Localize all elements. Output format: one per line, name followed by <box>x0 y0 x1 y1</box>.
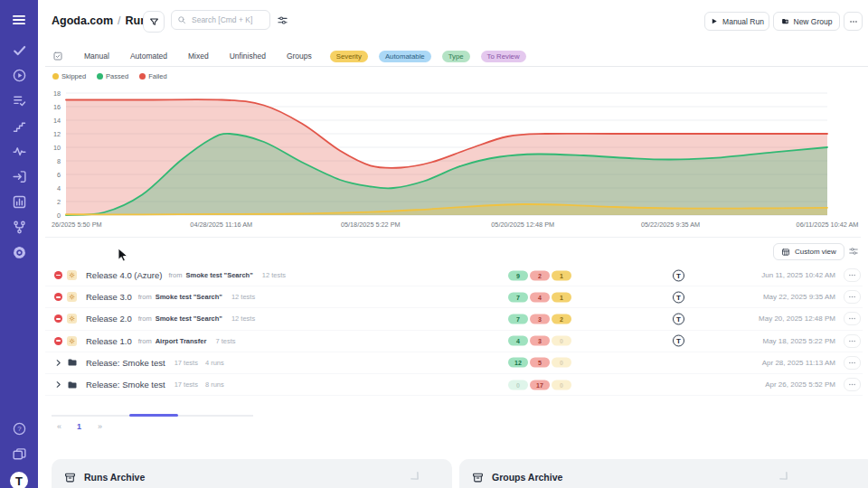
row-menu-button[interactable] <box>844 312 861 325</box>
new-group-button[interactable]: New Group <box>773 12 840 31</box>
pagination-next[interactable]: » <box>98 422 102 431</box>
run-title[interactable]: Release: Smoke test <box>86 358 165 368</box>
row-menu-button[interactable] <box>844 356 861 370</box>
settings-icon[interactable] <box>12 245 27 260</box>
row-menu-button[interactable] <box>844 334 861 348</box>
help-icon[interactable]: ? <box>12 421 27 436</box>
funnel-icon <box>149 17 159 27</box>
failed-status-icon <box>54 337 62 345</box>
result-badges: 430 <box>508 336 573 346</box>
chart-legend: SkippedPassedFailed <box>52 72 167 80</box>
row-menu-button[interactable] <box>844 268 861 282</box>
tab-groups[interactable]: Groups <box>287 52 312 61</box>
table-row[interactable]: Release 2.0 from Smoke test "Search" 12 … <box>45 308 863 330</box>
passed-count-badge: 4 <box>508 336 528 346</box>
row-menu-button[interactable] <box>844 290 861 304</box>
row-menu-button[interactable] <box>844 378 861 391</box>
run-source-link[interactable]: Smoke test "Search" <box>156 314 222 323</box>
svg-text:05/18/2025 5:22 PM: 05/18/2025 5:22 PM <box>341 221 401 229</box>
run-title[interactable]: Release: Smoke test <box>86 380 165 389</box>
manual-run-button[interactable]: Manual Run <box>704 12 769 31</box>
result-badges: 921 <box>508 270 573 280</box>
run-title[interactable]: Release 2.0 <box>86 314 132 324</box>
filter-pill-type[interactable]: Type <box>442 51 470 62</box>
legend-dot <box>97 73 103 80</box>
svg-text:06/11/2025 10:42 AM: 06/11/2025 10:42 AM <box>797 221 859 229</box>
table-scrollbar-thumb[interactable] <box>129 414 178 417</box>
runs-archive-card[interactable]: Runs Archive <box>52 459 452 488</box>
run-title[interactable]: Release 1.0 <box>86 336 132 346</box>
passed-count-badge: 12 <box>508 358 528 368</box>
pagination-prev[interactable]: « <box>57 422 61 431</box>
branches-icon[interactable] <box>12 220 27 235</box>
plans-icon[interactable] <box>12 93 27 108</box>
legend-dot <box>139 73 146 80</box>
chevron-right-icon[interactable] <box>54 380 62 389</box>
reporter-logo-icon: T <box>673 313 684 324</box>
breadcrumb-project[interactable]: Agoda.com <box>52 14 113 27</box>
svg-text:26/2025 5:50 PM: 26/2025 5:50 PM <box>52 221 102 229</box>
groups-archive-card[interactable]: Groups Archive <box>459 459 868 488</box>
tab-mixed[interactable]: Mixed <box>188 52 209 61</box>
jobs-icon[interactable] <box>12 118 27 134</box>
bulk-select-icon[interactable] <box>52 51 63 61</box>
tab-automated[interactable]: Automated <box>130 52 167 61</box>
table-row[interactable]: Release: Smoke test 17 tests 8 runs 0170… <box>45 374 863 396</box>
new-folder-icon <box>781 17 789 25</box>
run-date: May 22, 2025 9:35 AM <box>763 293 835 301</box>
search-settings-icon[interactable] <box>277 14 288 26</box>
passed-count-badge: 0 <box>508 380 528 389</box>
table-icon <box>781 248 790 257</box>
tab-unfinished[interactable]: Unfinished <box>230 52 266 61</box>
table-row[interactable]: Release 4.0 (Azure) from Smoke test "Sea… <box>45 265 863 286</box>
failed-status-icon <box>54 293 62 301</box>
skipped-count-badge: 0 <box>552 358 571 368</box>
tab-manual[interactable]: Manual <box>84 52 109 61</box>
svg-text:4: 4 <box>57 184 61 192</box>
passed-count-badge: 7 <box>508 292 528 302</box>
filter-pill-automatable[interactable]: Automatable <box>379 51 431 62</box>
legend-failed[interactable]: Failed <box>139 72 166 80</box>
run-date: May 18, 2025 5:22 PM <box>763 337 836 345</box>
table-row[interactable]: Release: Smoke test 17 tests 4 runs 1250… <box>45 352 863 374</box>
column-settings-icon[interactable] <box>848 246 859 257</box>
runs-icon[interactable] <box>12 68 27 83</box>
run-source-link[interactable]: Airport Transfer <box>156 337 207 345</box>
chevron-right-icon[interactable] <box>54 359 62 367</box>
play-icon <box>710 17 718 25</box>
run-date: Apr 26, 2025 5:52 PM <box>765 380 835 389</box>
analytics-icon[interactable] <box>12 144 27 159</box>
svg-text:18: 18 <box>53 89 61 98</box>
legend-passed[interactable]: Passed <box>97 72 128 80</box>
custom-view-button[interactable]: Custom view <box>773 243 844 260</box>
folder-icon <box>67 380 78 390</box>
legend-skipped[interactable]: Skipped <box>52 72 86 80</box>
menu-icon[interactable] <box>0 12 38 28</box>
run-tests-count: 12 tests <box>231 293 255 301</box>
reports-icon[interactable] <box>12 194 27 210</box>
run-title[interactable]: Release 4.0 (Azure) <box>86 270 162 280</box>
tests-icon[interactable] <box>12 42 27 58</box>
search-input[interactable] <box>190 14 264 25</box>
app-window: ?T Agoda.com / Runs Manual Run New Group… <box>0 0 868 488</box>
run-source-link[interactable]: Smoke test "Search" <box>185 271 252 279</box>
run-title[interactable]: Release 3.0 <box>86 292 132 302</box>
filter-button[interactable] <box>143 11 165 33</box>
table-row[interactable]: Release 3.0 from Smoke test "Search" 12 … <box>45 286 863 308</box>
filter-pill-to-review[interactable]: To Review <box>481 51 526 62</box>
passed-count-badge: 7 <box>508 314 528 324</box>
run-source-link[interactable]: Smoke test "Search" <box>156 293 222 301</box>
failed-status-icon <box>54 271 62 279</box>
search-box[interactable] <box>171 10 270 30</box>
result-badges: 741 <box>508 292 573 302</box>
runs-trend-chart: 02468101214161826/2025 5:50 PM04/28/2025… <box>45 87 863 235</box>
more-actions-button[interactable] <box>844 12 863 31</box>
docs-icon[interactable] <box>12 446 27 462</box>
breadcrumb: Agoda.com / Runs <box>52 14 154 27</box>
import-icon[interactable] <box>12 169 27 184</box>
run-date: Apr 28, 2025 11:13 AM <box>762 359 835 367</box>
pagination-page-1[interactable]: 1 <box>77 422 81 431</box>
table-row[interactable]: Release 1.0 from Airport Transfer 7 test… <box>45 331 863 352</box>
filter-pill-severity[interactable]: Severity <box>330 51 368 62</box>
org-logo-avatar[interactable]: T <box>10 472 28 488</box>
